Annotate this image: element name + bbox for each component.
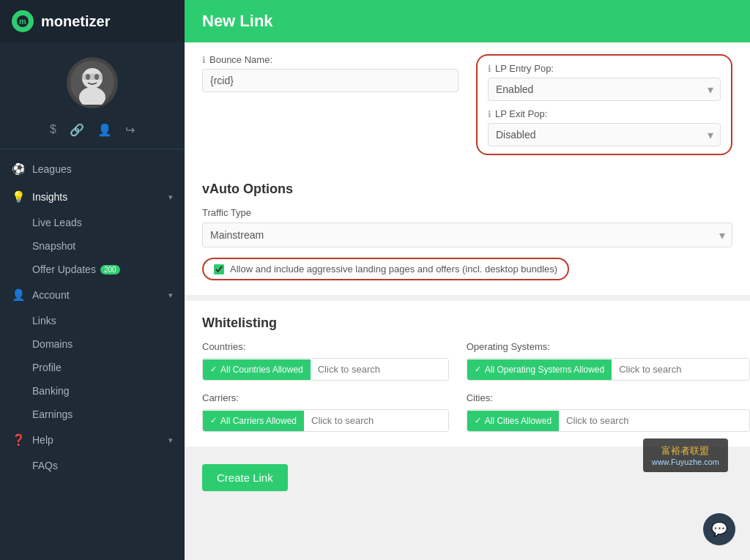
earnings-label: Earnings bbox=[32, 408, 73, 420]
sidebar-item-insights[interactable]: 💡 Insights ▾ bbox=[0, 183, 185, 211]
traffic-type-select[interactable]: Mainstream Adult bbox=[202, 223, 732, 247]
cities-search[interactable] bbox=[559, 410, 749, 431]
logout-icon[interactable]: ↪ bbox=[125, 123, 135, 137]
snapshot-label: Snapshot bbox=[32, 240, 75, 252]
avatar-section bbox=[0, 42, 185, 116]
sidebar-item-account[interactable]: 👤 Account ▾ bbox=[0, 281, 185, 309]
sidebar-item-banking[interactable]: Banking bbox=[0, 379, 185, 403]
bounce-name-info-icon: ℹ bbox=[202, 55, 206, 65]
sidebar-item-live-leads[interactable]: Live Leads bbox=[0, 211, 185, 234]
sidebar-header: m monetizer bbox=[0, 0, 185, 42]
os-group: Operating Systems: ✓ All Operating Syste… bbox=[467, 341, 750, 381]
bounce-lp-section: ℹ Bounce Name: ℹ LP Entry Pop: Enabled D… bbox=[185, 42, 750, 167]
lp-entry-select-wrapper: Enabled Disabled bbox=[488, 78, 721, 101]
sidebar-item-earnings[interactable]: Earnings bbox=[0, 403, 185, 426]
cities-input-row[interactable]: ✓ All Cities Allowed bbox=[467, 409, 750, 432]
traffic-type-label: Traffic Type bbox=[202, 207, 732, 218]
sidebar-item-leagues[interactable]: ⚽ Leagues bbox=[0, 155, 185, 183]
sidebar-item-links[interactable]: Links bbox=[0, 309, 185, 332]
offer-updates-label: Offer Updates bbox=[32, 264, 96, 275]
sidebar-item-faqs[interactable]: FAQs bbox=[0, 454, 185, 477]
dollar-icon[interactable]: $ bbox=[50, 123, 56, 137]
bounce-name-label: ℹ Bounce Name: bbox=[202, 54, 458, 65]
os-search[interactable] bbox=[612, 359, 749, 380]
traffic-type-select-wrapper: Mainstream Adult bbox=[202, 223, 732, 247]
carriers-tag: ✓ All Carriers Allowed bbox=[203, 411, 304, 431]
bounce-name-group: ℹ Bounce Name: bbox=[202, 54, 458, 155]
link-icon[interactable]: 🔗 bbox=[70, 123, 84, 137]
sidebar: m monetizer $ 🔗 👤 ↪ ⚽ Leagues bbox=[0, 0, 185, 560]
lp-exit-pop-select[interactable]: Disabled Enabled bbox=[488, 123, 721, 146]
faqs-label: FAQs bbox=[32, 460, 58, 471]
bounce-name-input[interactable] bbox=[202, 69, 458, 92]
sidebar-item-domains[interactable]: Domains bbox=[0, 332, 185, 356]
lp-entry-pop-group: ℹ LP Entry Pop: Enabled Disabled bbox=[488, 63, 721, 101]
watermark: 富裕者联盟 www.Fuyuzhe.com bbox=[643, 438, 728, 472]
leagues-label: Leagues bbox=[32, 163, 173, 175]
page-title: New Link bbox=[202, 12, 732, 31]
lp-entry-pop-label: ℹ LP Entry Pop: bbox=[488, 63, 721, 74]
whitelisting-title: Whitelisting bbox=[202, 316, 732, 331]
countries-search[interactable] bbox=[311, 359, 448, 380]
os-check-icon: ✓ bbox=[475, 365, 481, 374]
page-header: New Link bbox=[185, 0, 750, 42]
create-link-button[interactable]: Create Link bbox=[202, 464, 288, 491]
chat-button[interactable]: 💬 bbox=[703, 513, 735, 545]
insights-icon: 💡 bbox=[12, 190, 25, 204]
user-icon[interactable]: 👤 bbox=[97, 123, 112, 137]
brand-name: monetizer bbox=[41, 13, 110, 30]
os-input-row[interactable]: ✓ All Operating Systems Allowed bbox=[467, 358, 750, 381]
countries-input-row[interactable]: ✓ All Countries Allowed bbox=[202, 358, 449, 381]
insights-label: Insights bbox=[32, 191, 161, 203]
chat-icon: 💬 bbox=[711, 521, 727, 537]
domains-label: Domains bbox=[32, 338, 73, 350]
lp-entry-info-icon: ℹ bbox=[488, 64, 491, 74]
vauto-title: vAuto Options bbox=[202, 182, 732, 197]
insights-arrow: ▾ bbox=[168, 193, 173, 202]
svg-rect-7 bbox=[82, 74, 103, 80]
whitelisting-section: Whitelisting Countries: ✓ All Countries … bbox=[185, 301, 750, 447]
main-content: New Link ℹ Bounce Name: ℹ LP Entry Pop: bbox=[185, 0, 750, 560]
vauto-section: vAuto Options Traffic Type Mainstream Ad… bbox=[185, 167, 750, 295]
traffic-type-group: Traffic Type Mainstream Adult bbox=[202, 207, 732, 247]
sidebar-item-profile[interactable]: Profile bbox=[0, 356, 185, 379]
help-icon: ❓ bbox=[12, 433, 25, 447]
lp-exit-info-icon: ℹ bbox=[488, 109, 491, 119]
cities-group: Cities: ✓ All Cities Allowed bbox=[467, 392, 750, 432]
sidebar-item-help[interactable]: ❓ Help ▾ bbox=[0, 426, 185, 454]
countries-label: Countries: bbox=[202, 341, 449, 352]
cities-check-icon: ✓ bbox=[475, 416, 481, 425]
countries-tag: ✓ All Countries Allowed bbox=[203, 359, 311, 380]
countries-group: Countries: ✓ All Countries Allowed bbox=[202, 341, 449, 381]
lp-exit-pop-group: ℹ LP Exit Pop: Disabled Enabled bbox=[488, 108, 721, 146]
main-body: ℹ Bounce Name: ℹ LP Entry Pop: Enabled D… bbox=[185, 42, 750, 560]
carriers-input-row[interactable]: ✓ All Carriers Allowed bbox=[202, 409, 449, 432]
carriers-group: Carriers: ✓ All Carriers Allowed bbox=[202, 392, 449, 432]
sidebar-nav: ⚽ Leagues 💡 Insights ▾ Live Leads Snapsh… bbox=[0, 155, 185, 477]
aggressive-checkbox-row: Allow and include aggressive landing pag… bbox=[202, 258, 569, 280]
whitelisting-grid: Countries: ✓ All Countries Allowed Opera… bbox=[202, 341, 732, 432]
sidebar-item-offer-updates[interactable]: Offer Updates 200 bbox=[0, 258, 185, 281]
live-leads-label: Live Leads bbox=[32, 217, 82, 228]
lp-pop-group: ℹ LP Entry Pop: Enabled Disabled ℹ LP Ex… bbox=[476, 54, 732, 155]
avatar bbox=[67, 57, 118, 108]
account-icon: 👤 bbox=[12, 288, 25, 302]
cities-label: Cities: bbox=[467, 392, 750, 403]
svg-text:m: m bbox=[19, 17, 26, 26]
carriers-search[interactable] bbox=[304, 410, 448, 431]
carriers-label: Carriers: bbox=[202, 392, 449, 403]
sidebar-item-snapshot[interactable]: Snapshot bbox=[0, 234, 185, 258]
lp-entry-pop-select[interactable]: Enabled Disabled bbox=[488, 78, 721, 101]
os-label: Operating Systems: bbox=[467, 341, 750, 352]
aggressive-checkbox[interactable] bbox=[214, 264, 224, 275]
links-label: Links bbox=[32, 315, 56, 326]
banking-label: Banking bbox=[32, 385, 70, 397]
help-label: Help bbox=[32, 434, 161, 446]
lp-exit-select-wrapper: Disabled Enabled bbox=[488, 123, 721, 146]
watermark-line1: 富裕者联盟 bbox=[652, 444, 719, 458]
account-arrow: ▾ bbox=[168, 291, 173, 300]
carriers-check-icon: ✓ bbox=[210, 416, 217, 425]
offer-updates-badge: 200 bbox=[100, 265, 120, 275]
watermark-line2: www.Fuyuzhe.com bbox=[652, 458, 719, 466]
aggressive-label: Allow and include aggressive landing pag… bbox=[230, 264, 557, 275]
